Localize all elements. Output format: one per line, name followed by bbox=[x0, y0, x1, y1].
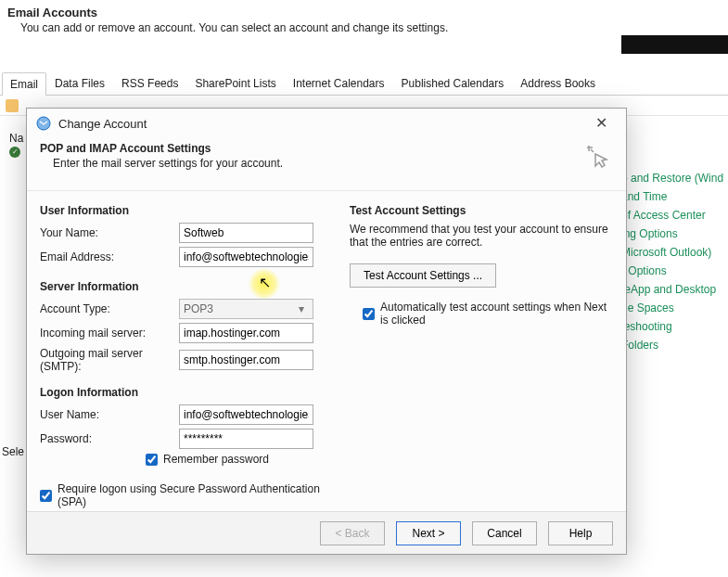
tab-data-files[interactable]: Data Files bbox=[46, 71, 113, 95]
link-indexing[interactable]: ing Options bbox=[621, 227, 728, 240]
incoming-label: Incoming mail server: bbox=[40, 327, 179, 340]
remember-password-row: Remember password bbox=[146, 453, 327, 466]
link-storage-spaces[interactable]: ge Spaces bbox=[621, 301, 728, 314]
bg-sele-label: Sele bbox=[2, 445, 24, 458]
link-troubleshooting[interactable]: leshooting bbox=[621, 320, 728, 333]
check-circle-icon: ✓ bbox=[9, 147, 20, 158]
email-label: Email Address: bbox=[40, 250, 179, 263]
account-type-value: POP3 bbox=[184, 302, 213, 315]
chevron-down-icon: ▾ bbox=[294, 302, 309, 315]
spa-row: Require logon using Secure Password Auth… bbox=[40, 482, 327, 508]
change-account-dialog: Change Account ✕ POP and IMAP Account Se… bbox=[26, 108, 627, 555]
col-right: Test Account Settings We recommend that … bbox=[350, 204, 613, 512]
link-power-options[interactable]: r Options bbox=[621, 264, 728, 277]
link-outlook[interactable]: Microsoft Outlook) bbox=[621, 246, 728, 259]
bg-tabs: Email Data Files RSS Feeds SharePoint Li… bbox=[0, 71, 728, 96]
background-header: Email Accounts You can add or remove an … bbox=[0, 0, 728, 44]
bg-dark-strip bbox=[621, 35, 728, 54]
username-label: User Name: bbox=[40, 408, 179, 421]
tab-rss-feeds[interactable]: RSS Feeds bbox=[113, 71, 186, 95]
cancel-button[interactable]: Cancel bbox=[472, 521, 537, 545]
dialog-subhead: POP and IMAP Account Settings Enter the … bbox=[27, 138, 626, 191]
right-links: p and Restore (Wind and Time of Access C… bbox=[621, 172, 728, 352]
username-input[interactable] bbox=[179, 404, 313, 425]
link-backup-restore[interactable]: p and Restore (Wind bbox=[621, 172, 728, 185]
logon-heading: Logon Information bbox=[40, 386, 327, 399]
link-ease-of-access[interactable]: of Access Center bbox=[621, 209, 728, 222]
spa-checkbox[interactable] bbox=[40, 490, 52, 502]
server-info-heading: Server Information bbox=[40, 280, 327, 293]
svg-point-0 bbox=[37, 117, 50, 130]
test-account-button[interactable]: Test Account Settings ... bbox=[350, 263, 496, 288]
auto-test-checkbox[interactable] bbox=[363, 308, 375, 320]
test-desc: We recommend that you test your account … bbox=[350, 223, 613, 249]
bg-side: Na ✓ bbox=[9, 132, 23, 160]
auto-test-row: Automatically test account settings when… bbox=[363, 301, 613, 327]
dialog-title: Change Account bbox=[58, 117, 147, 131]
titlebar: Change Account ✕ bbox=[27, 109, 626, 138]
dialog-footer: < Back Next > Cancel Help bbox=[27, 511, 626, 554]
incoming-input[interactable] bbox=[179, 323, 313, 343]
help-button[interactable]: Help bbox=[548, 521, 613, 545]
password-input[interactable] bbox=[179, 429, 313, 449]
user-info-heading: User Information bbox=[40, 204, 327, 217]
tab-published-calendars[interactable]: Published Calendars bbox=[393, 71, 513, 95]
close-button[interactable]: ✕ bbox=[586, 114, 617, 133]
email-input[interactable] bbox=[179, 247, 313, 267]
tab-email[interactable]: Email bbox=[2, 72, 46, 96]
spa-label: Require logon using Secure Password Auth… bbox=[57, 482, 327, 508]
bg-side-na: Na bbox=[9, 132, 23, 145]
sub-text: Enter the mail server settings for your … bbox=[53, 157, 613, 170]
link-folders[interactable]: Folders bbox=[621, 339, 728, 352]
toolbar-icon bbox=[6, 99, 19, 112]
app-icon bbox=[36, 116, 51, 131]
remember-password-label: Remember password bbox=[163, 453, 269, 466]
bg-title: Email Accounts bbox=[7, 6, 721, 19]
password-label: Password: bbox=[40, 432, 179, 445]
test-heading: Test Account Settings bbox=[350, 204, 613, 217]
your-name-label: Your Name: bbox=[40, 226, 179, 239]
outgoing-label: Outgoing mail server (SMTP): bbox=[40, 347, 179, 373]
back-button: < Back bbox=[320, 521, 385, 545]
link-date-time[interactable]: and Time bbox=[621, 190, 728, 203]
outgoing-input[interactable] bbox=[179, 350, 313, 370]
col-left: User Information Your Name: Email Addres… bbox=[40, 204, 327, 512]
auto-test-label: Automatically test account settings when… bbox=[380, 301, 613, 327]
account-type-label: Account Type: bbox=[40, 302, 179, 315]
next-button[interactable]: Next > bbox=[396, 521, 461, 545]
sub-heading: POP and IMAP Account Settings bbox=[40, 142, 613, 155]
link-remoteapp[interactable]: teApp and Desktop bbox=[621, 283, 728, 296]
cursor-decor-icon bbox=[583, 142, 609, 168]
account-type-select: POP3 ▾ bbox=[179, 299, 313, 319]
bg-subtitle: You can add or remove an account. You ca… bbox=[20, 21, 721, 34]
tab-address-books[interactable]: Address Books bbox=[512, 71, 604, 95]
remember-password-checkbox[interactable] bbox=[146, 454, 158, 466]
your-name-input[interactable] bbox=[179, 223, 313, 243]
dialog-content: User Information Your Name: Email Addres… bbox=[27, 191, 626, 518]
tab-internet-calendars[interactable]: Internet Calendars bbox=[285, 71, 393, 95]
tab-sharepoint[interactable]: SharePoint Lists bbox=[186, 71, 284, 95]
